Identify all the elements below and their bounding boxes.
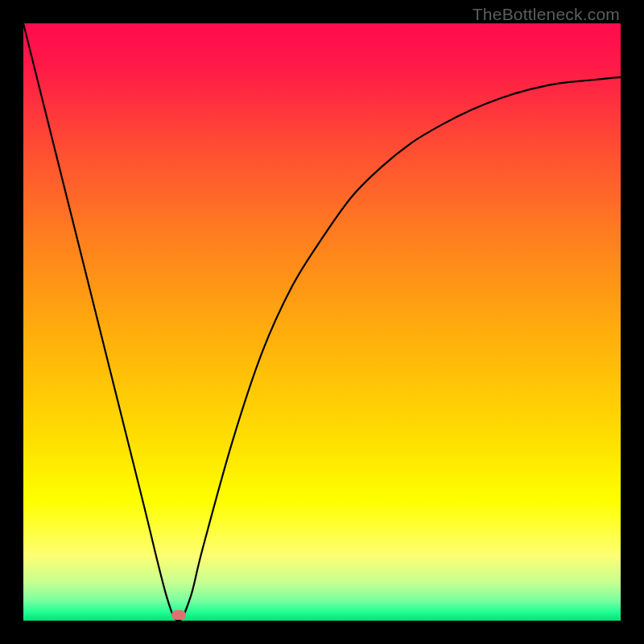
watermark-text: TheBottleneck.com bbox=[473, 5, 620, 24]
bottleneck-curve bbox=[23, 23, 621, 621]
minimum-marker bbox=[171, 610, 186, 620]
plot-area bbox=[23, 23, 621, 621]
